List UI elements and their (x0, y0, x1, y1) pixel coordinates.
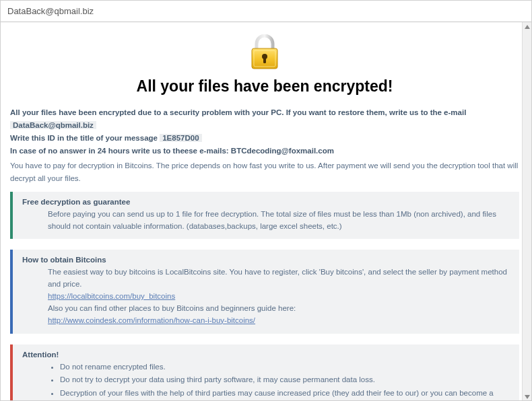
free-decryption-box: Free decryption as guarantee Before payi… (10, 192, 519, 240)
victim-id: 1E857D00 (160, 134, 201, 142)
scroll-up-arrow-icon[interactable] (523, 22, 532, 32)
list-item: Decryption of your files with the help o… (60, 388, 510, 401)
window-title: DataBack@qbmail.biz (7, 6, 94, 16)
scroll-down-arrow-icon[interactable] (523, 392, 532, 401)
list-item: Do not rename encrypted files. (60, 361, 510, 373)
list-item: Do not try to decrypt your data using th… (60, 374, 510, 386)
intro-line-2: Write this ID in the title of your messa… (10, 132, 519, 145)
box-title-obtain: How to obtain Bitcoins (22, 256, 510, 264)
box-title-attention: Attention! (22, 351, 510, 359)
obtain-line-2: Also you can find other places to buy Bi… (48, 303, 510, 315)
content-area: All your files have been encrypted! All … (1, 22, 531, 401)
attention-box: Attention! Do not rename encrypted files… (10, 344, 519, 402)
contact-email-2: BTCdecoding@foxmail.com (231, 147, 334, 155)
svg-rect-3 (263, 57, 266, 63)
lock-icon (249, 34, 280, 73)
intro-block: All your files have been encrypted due t… (10, 106, 519, 185)
intro-line-1: All your files have been encrypted due t… (10, 106, 519, 132)
payment-note: You have to pay for decryption in Bitcoi… (10, 159, 519, 185)
intro-text-3: In case of no answer in 24 hours write u… (10, 147, 229, 155)
attention-list: Do not rename encrypted files. Do not tr… (22, 361, 510, 402)
bitcoin-link-2[interactable]: http://www.coindesk.com/information/how-… (48, 316, 255, 324)
contact-email-1: DataBack@qbmail.biz (10, 121, 96, 129)
window-titlebar: DataBack@qbmail.biz (1, 1, 531, 22)
box-body-free: Before paying you can send us up to 1 fi… (22, 209, 510, 233)
intro-text-1: All your files have been encrypted due t… (10, 108, 466, 116)
lock-icon-wrap (10, 30, 519, 73)
vertical-scrollbar[interactable] (522, 22, 531, 401)
main-heading: All your files have been encrypted! (10, 77, 519, 96)
obtain-line-1: The easiest way to buy bitcoins is Local… (48, 266, 510, 291)
intro-line-3: In case of no answer in 24 hours write u… (10, 145, 519, 157)
intro-text-2: Write this ID in the title of your messa… (10, 134, 158, 142)
bitcoin-link-1[interactable]: https://localbitcoins.com/buy_bitcoins (48, 292, 175, 300)
box-title-free: Free decryption as guarantee (22, 198, 510, 206)
box-body-obtain: The easiest way to buy bitcoins is Local… (22, 266, 510, 326)
obtain-bitcoins-box: How to obtain Bitcoins The easiest way t… (10, 250, 519, 333)
